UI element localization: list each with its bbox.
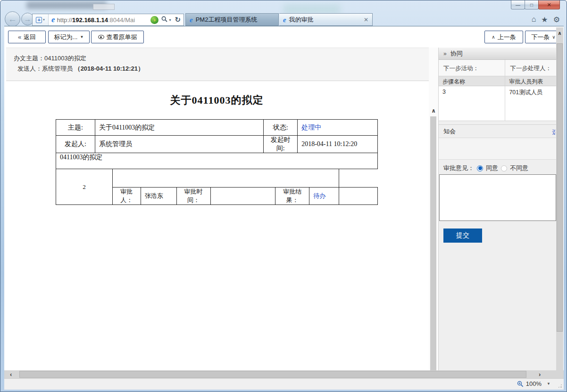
zoom-level-value: 100% bbox=[526, 380, 542, 387]
collapse-icon[interactable]: » bbox=[443, 50, 447, 57]
step-grid-row[interactable]: 3 701测试人员 bbox=[439, 86, 556, 121]
page-vertical-scrollbar[interactable]: ∧ bbox=[556, 27, 563, 371]
approval-opinion-row: 审批意见： 同意 不同意 bbox=[439, 162, 556, 175]
chevron-down-icon: ▼ bbox=[547, 382, 550, 386]
content-scrollbar[interactable]: ∧ ∨ bbox=[429, 48, 438, 371]
refresh-icon[interactable]: ↻ bbox=[175, 16, 181, 24]
approval-time-label-cell: 审批时间： bbox=[176, 188, 210, 205]
subject-value-cell: 关于0411003的拟定 bbox=[95, 120, 263, 136]
notify-row: 知会 选 bbox=[439, 124, 556, 138]
approval-result-label-cell: 审批结果： bbox=[275, 188, 309, 205]
collaboration-sidebar: » 协同 下一步活动： 下一步处理人： 步骤名称 审批人员列表 3 701测试人… bbox=[438, 48, 556, 371]
approval-document: 关于0411003的拟定 主题: 关于0411003的拟定 状态: 处理中 发起… bbox=[56, 81, 378, 205]
resize-grip[interactable] bbox=[558, 384, 562, 388]
address-bar[interactable]: + ▾ e http://192.168.1.14:8044/Mai › ▾ ↻ bbox=[32, 14, 184, 26]
ie-page-icon: e bbox=[51, 16, 55, 24]
approver-label-cell: 审批人： bbox=[112, 188, 141, 205]
addon-badge-icon[interactable]: › bbox=[150, 16, 158, 24]
search-dropdown-icon[interactable]: ▾ bbox=[169, 18, 171, 22]
scrollbar-thumb[interactable] bbox=[19, 371, 526, 378]
url-text[interactable]: http://192.168.1.14:8044/Mai bbox=[57, 16, 151, 24]
step-name-header: 步骤名称 bbox=[439, 76, 505, 86]
next-handler-label: 下一步处理人： bbox=[505, 60, 556, 76]
previous-item-button[interactable]: ∧ 上一条 bbox=[484, 31, 523, 43]
scrollbar-thumb[interactable] bbox=[557, 43, 563, 332]
window-controls: — □ ✕ bbox=[511, 0, 560, 9]
page-viewport: « 返回 标记为... ▼ 查看原单据 ∧ 上一条 下一条 ∨ 办 bbox=[4, 26, 564, 370]
chevron-down-icon: ▾ bbox=[43, 18, 45, 22]
return-button[interactable]: « 返回 bbox=[8, 31, 46, 43]
close-icon: ✕ bbox=[547, 2, 551, 8]
double-chevron-left-icon: « bbox=[18, 33, 21, 41]
notify-select-link[interactable]: 选 bbox=[552, 128, 555, 137]
agree-radio[interactable] bbox=[477, 165, 483, 172]
view-original-button[interactable]: 查看原单据 bbox=[91, 31, 144, 43]
doc-subject-line: 办文主题：0411003的拟定 bbox=[14, 54, 86, 63]
approval-step-cell: 2 bbox=[56, 169, 113, 205]
view-original-label: 查看原单据 bbox=[107, 33, 137, 41]
document-area: 关于0411003的拟定 主题: 关于0411003的拟定 状态: 处理中 发起… bbox=[6, 81, 429, 371]
approval-empty-strip bbox=[112, 169, 339, 188]
status-bar: 100% ▼ bbox=[4, 378, 564, 390]
url-prefix: http:// bbox=[57, 16, 73, 24]
maximize-icon: □ bbox=[530, 2, 533, 8]
gear-icon[interactable]: ⚙ bbox=[553, 15, 560, 24]
close-button[interactable]: ✕ bbox=[538, 0, 560, 9]
doc-sender-time: （2018-04-11 10:12:21） bbox=[75, 65, 144, 72]
scroll-left-icon[interactable]: ‹ bbox=[10, 371, 12, 378]
url-path: :8044/Mai bbox=[108, 16, 135, 24]
initiator-value-cell: 系统管理员 bbox=[95, 136, 263, 153]
minimize-button[interactable]: — bbox=[511, 0, 525, 9]
opinion-textarea[interactable] bbox=[439, 174, 556, 221]
page-horizontal-scrollbar[interactable]: ‹ › bbox=[4, 370, 564, 378]
next-step-row: 下一步活动： 下一步处理人： bbox=[439, 60, 556, 76]
step-grid-header: 步骤名称 审批人员列表 bbox=[439, 76, 556, 86]
browser-window: — □ ✕ ← → + ▾ e http://192.168.1.14:8044… bbox=[0, 0, 567, 392]
ie-tab-icon: e bbox=[283, 16, 286, 24]
tab-pm2-system[interactable]: e PM2工程项目管理系统 bbox=[185, 13, 279, 26]
scroll-right-icon[interactable]: › bbox=[539, 371, 541, 378]
scroll-up-icon[interactable]: ∧ bbox=[429, 107, 438, 114]
status-value-cell: 处理中 bbox=[298, 120, 378, 136]
doc-subject-value: 0411003的拟定 bbox=[44, 55, 86, 62]
browser-back-button[interactable]: ← bbox=[5, 11, 20, 27]
next-activity-label: 下一步活动： bbox=[439, 60, 505, 76]
status-label-cell: 状态: bbox=[264, 120, 298, 136]
favorites-star-icon[interactable]: ★ bbox=[541, 15, 548, 24]
approver-list-value: 701测试人员 bbox=[505, 86, 556, 121]
home-icon[interactable]: ⌂ bbox=[532, 15, 536, 24]
doc-sender-line: 发送人：系统管理员 （2018-04-11 10:12:21） bbox=[17, 65, 144, 73]
maximize-button[interactable]: □ bbox=[525, 0, 539, 9]
search-icon[interactable] bbox=[161, 16, 167, 24]
glass-reflection bbox=[93, 4, 115, 10]
addon-arrow-glyph: › bbox=[154, 17, 156, 23]
doc-sender-label: 发送人： bbox=[17, 65, 42, 72]
document-body-cell: 0411003的拟定 bbox=[56, 153, 378, 169]
mark-as-button[interactable]: 标记为... ▼ bbox=[48, 31, 90, 43]
tab-close-icon[interactable]: ✕ bbox=[364, 16, 368, 23]
eye-icon bbox=[98, 35, 104, 39]
next-item-label: 下一条 bbox=[531, 33, 550, 41]
minimize-icon: — bbox=[516, 2, 520, 8]
notify-label: 知会 bbox=[443, 127, 456, 136]
scrollbar-thumb[interactable] bbox=[430, 116, 436, 373]
zoom-magnifier-icon bbox=[517, 381, 524, 387]
subject-label-cell: 主题: bbox=[56, 120, 95, 136]
initiator-label-cell: 发起人: bbox=[56, 136, 95, 153]
notify-recipients-box[interactable] bbox=[439, 138, 556, 160]
caret-down-icon: ∨ bbox=[552, 34, 555, 40]
opinion-label: 审批意见： bbox=[443, 164, 474, 172]
start-time-value-cell: 2018-04-11 10:12:20 bbox=[298, 136, 378, 153]
quick-add-button[interactable]: + ▾ bbox=[33, 14, 49, 25]
disagree-radio[interactable] bbox=[501, 165, 507, 172]
zoom-control[interactable]: 100% ▼ bbox=[517, 380, 550, 387]
step-name-value: 3 bbox=[439, 86, 505, 121]
scroll-up-icon[interactable]: ∧ bbox=[556, 30, 563, 36]
mark-as-label: 标记为... bbox=[54, 33, 78, 41]
tab-my-approvals[interactable]: e 我的审批 ✕ bbox=[279, 13, 373, 26]
ie-tab-icon: e bbox=[190, 16, 193, 24]
return-label: 返回 bbox=[24, 33, 36, 41]
sidebar-header[interactable]: » 协同 bbox=[439, 48, 556, 60]
submit-button[interactable]: 提交 bbox=[443, 229, 482, 243]
caret-up-icon: ∧ bbox=[492, 34, 495, 40]
